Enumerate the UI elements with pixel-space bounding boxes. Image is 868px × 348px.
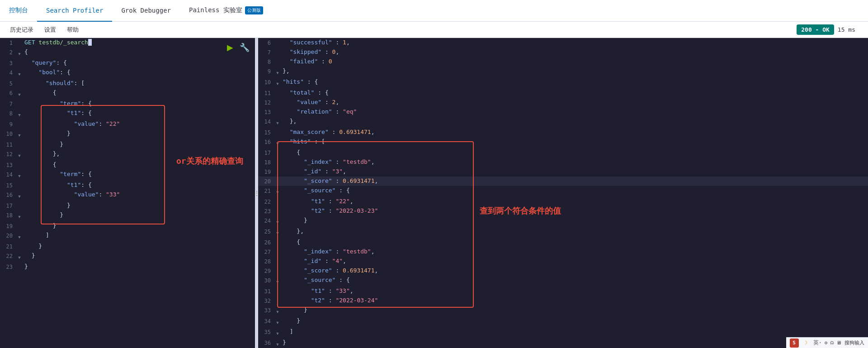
main-area: ▶ 🔧 or关系的精确查询 1 GET testdb/_search 2 ▼ {… [0,38,868,348]
code-line: 16 ▼ "value": "33" [0,190,255,201]
code-line: 28 "_id" : "4", [258,257,868,266]
code-line: 1 GET testdb/_search [0,38,255,48]
code-line: 21 } [0,242,255,251]
tab-console[interactable]: 控制台 [0,0,37,22]
right-editor-pane: 查到两个符合条件的值 6 "successful" : 1, 7 "skippe… [258,38,868,348]
tab-grok-debugger[interactable]: Grok Debugger [112,0,180,22]
code-line: 6 "successful" : 1, [258,38,868,48]
code-line: 12 ▼ }, [0,149,255,160]
code-line: 16 ▼ "hits" : [ [258,137,868,148]
code-line: 11 } [0,140,255,149]
tab-search-profiler[interactable]: Search Profiler [37,0,112,22]
nav-settings[interactable]: 设置 [40,24,61,36]
left-code-editor[interactable]: 1 GET testdb/_search 2 ▼ { 3 "query": { … [0,38,255,348]
settings-button[interactable]: 🔧 [238,42,251,53]
status-time: 15 ms [838,26,855,33]
code-line: 19 } [0,221,255,231]
bottom-text: 英· [813,339,822,347]
code-line: 21 ▼ "_source" : { [258,186,868,197]
code-line: 12 "value" : 2, [258,98,868,107]
right-code-editor[interactable]: 6 "successful" : 1, 7 "skipped" : 0, 8 "… [258,38,868,348]
code-line: 26 { [258,238,868,247]
code-line: 3 "query": { [0,58,255,68]
code-line: 13 "relation" : "eq" [258,107,868,117]
nav-help[interactable]: 帮助 [62,24,83,36]
left-editor-pane: ▶ 🔧 or关系的精确查询 1 GET testdb/_search 2 ▼ {… [0,38,255,348]
code-line: 33 ▼ } [258,305,868,316]
code-line: 14 ▼ "term": { [0,170,255,181]
code-line: 13 { [0,160,255,170]
code-line: 14 ▼ }, [258,117,868,128]
code-line: 18 ▼ } [0,210,255,221]
top-nav: 控制台 Search Profiler Grok Debugger Painle… [0,0,868,22]
bottom-bar: S ☽ 英· ⊙ ☊ 🖥 搜狗输入 [786,337,868,348]
code-line: 22 ▼ } [0,251,255,262]
code-line: 2 ▼ { [0,48,255,58]
code-line: 23 "t2" : "2022-03-23" [258,206,868,216]
beta-badge: 公测版 [245,6,263,14]
code-line: 35 ▼ ] [258,327,868,338]
logo-s-icon: S [790,338,799,348]
code-line: 11 "total" : { [258,88,868,98]
tab-painless-lab[interactable]: Painless 实验室 公测版 [180,0,272,22]
code-line: 31 "t1" : "33", [258,286,868,296]
bottom-icons-text: ⊙ ☊ 🖥 搜狗输入 [825,339,864,346]
moon-icon: ☽ [802,338,811,348]
code-line: 10 ▼ } [0,129,255,140]
code-line: 8 ▼ "t1": { [0,109,255,119]
status-area: 200 - OK 15 ms [797,24,863,35]
editor-toolbar: ▶ 🔧 [225,42,251,53]
code-line: 30 ▼ "_source" : { [258,276,868,286]
code-line: 17 { [258,148,868,157]
code-line: 9 ▼ }, [258,67,868,77]
code-line-highlighted: 20 "_score" : 0.6931471, [258,176,868,186]
code-line: 29 "_score" : 0.6931471, [258,266,868,276]
secondary-nav: 历史记录 设置 帮助 200 - OK 15 ms [0,22,868,38]
code-line: 22 "t1" : "22", [258,197,868,206]
status-badge: 200 - OK [797,24,834,35]
code-line: 15 "max_score" : 0.6931471, [258,128,868,137]
code-line: 36 ▼ } [258,338,868,348]
code-line: 5 "should": [ [0,79,255,88]
code-line: 7 "skipped" : 0, [258,48,868,57]
code-line: 8 "failed" : 0 [258,57,868,67]
code-line: 17 } [0,201,255,210]
code-line: 4 ▼ "bool": { [0,68,255,79]
code-line: 27 "_index" : "testdb", [258,247,868,257]
code-line: 32 "t2" : "2022-03-24" [258,296,868,305]
nav-history[interactable]: 历史记录 [5,24,38,36]
run-button[interactable]: ▶ [225,42,235,53]
code-line: 6 ▼ { [0,88,255,99]
code-line: 34 ▼ } [258,316,868,327]
code-line: 24 ▼ } [258,216,868,227]
code-line: 10 ▼ "hits" : { [258,77,868,88]
code-line: 25 ▼ }, [258,227,868,238]
code-line: 9 "value": "22" [0,119,255,129]
code-line: 18 "_index" : "testdb", [258,157,868,167]
code-line: 7 "term": { [0,99,255,109]
code-line: 15 "t1": { [0,181,255,190]
code-line: 20 ▼ ] [0,231,255,242]
code-line: 23 } [0,262,255,272]
code-line: 19 "_id" : "3", [258,167,868,176]
